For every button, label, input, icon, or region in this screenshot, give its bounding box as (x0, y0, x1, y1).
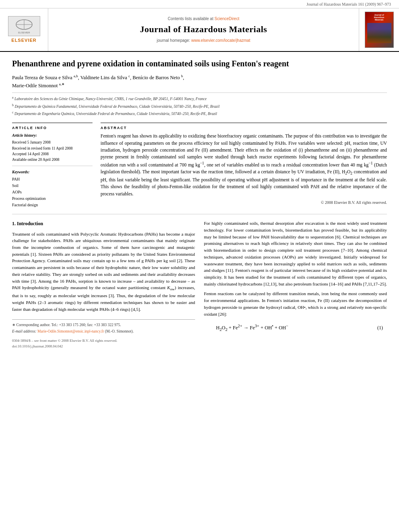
affiliation-b: b Departamento de Química Fundamental, U… (12, 103, 387, 109)
keyword-factorial: Factorial design (12, 202, 93, 208)
journal-title: Journal of Hazardous Materials (140, 23, 267, 36)
intro-para-2: For highly contaminated soils, thermal d… (204, 220, 387, 287)
header-center: Contents lists available at ScienceDirec… (48, 8, 359, 51)
date-revised: Received in revised form 11 April 2008 (12, 146, 93, 151)
abstract-text: Fenton's reagent has shown its applicabi… (101, 133, 387, 197)
date-online: Available online 20 April 2008 (12, 157, 93, 162)
contents-available: Contents lists available at ScienceDirec… (168, 16, 239, 22)
homepage-link[interactable]: www.elsevier.com/locate/jhazmat (191, 38, 250, 43)
section-divider (12, 214, 387, 214)
cover-artwork (367, 23, 391, 43)
keyword-soil: Soil (12, 183, 93, 189)
date-received: Received 5 January 2008 (12, 140, 93, 145)
top-bar: Journal of Hazardous Materials 161 (2009… (0, 0, 399, 8)
footnote-area: ∗ Corresponding author. Tel.: +33 383 17… (12, 319, 195, 335)
page-wrapper: Journal of Hazardous Materials 161 (2009… (0, 0, 399, 357)
article-title: Phenanthrene and pyrene oxidation in con… (12, 58, 387, 69)
equation-number: (1) (377, 324, 387, 331)
intro-heading: 1. Introduction (12, 220, 195, 227)
journal-info: Journal of Hazardous Materials 161 (2009… (306, 2, 391, 6)
header-left: ELSEVIER ELSEVIER (0, 8, 48, 51)
affiliations: a Laboratoire des Sciences du Génie Chim… (12, 92, 387, 117)
journal-homepage: journal homepage: www.elsevier.com/locat… (157, 38, 250, 43)
email-link[interactable]: Marie-Odile.Simonnot@ensic.inpl-nancy.fr (37, 329, 104, 333)
article-info-column: ARTICLE INFO Article history: Received 5… (12, 123, 93, 209)
text-col-right: For highly contaminated soils, thermal d… (204, 220, 387, 349)
svg-text:ELSEVIER: ELSEVIER (18, 31, 30, 34)
date-accepted: Accepted 14 April 2008 (12, 151, 93, 157)
logo-image: ELSEVIER (8, 16, 40, 36)
abstract-column: ABSTRACT Fenton's reagent has shown its … (101, 123, 387, 209)
text-col-left: 1. Introduction Treatment of soils conta… (12, 220, 195, 349)
equation-row: H2O2 + Fe2+ → Fe3+ + OH• + OH− (1) (204, 323, 387, 333)
issn-line: 0304-3894/$ – see front matter © 2008 El… (12, 338, 195, 344)
bottom-info: 0304-3894/$ – see front matter © 2008 El… (12, 338, 195, 349)
keywords-section: Keywords: PAH Soil AOPs Process optimiza… (12, 169, 93, 208)
footnote-email: E-mail address: Marie-Odile.Simonnot@ens… (12, 329, 195, 334)
elsevier-logo: ELSEVIER ELSEVIER (8, 16, 40, 43)
elsevier-text: ELSEVIER (11, 37, 36, 43)
keyword-aops: AOPs (12, 189, 93, 195)
info-abstract-columns: ARTICLE INFO Article history: Received 5… (12, 123, 387, 209)
affiliation-c: c Departamento de Engenharia Química, Un… (12, 110, 387, 117)
main-text-columns: 1. Introduction Treatment of soils conta… (12, 220, 387, 349)
footnote-corresponding: ∗ Corresponding author. Tel.: +33 383 17… (12, 322, 195, 328)
abstract-heading: ABSTRACT (101, 125, 387, 131)
affiliation-a: a Laboratoire des Sciences du Génie Chim… (12, 95, 387, 102)
history-label: Article history: (12, 133, 93, 138)
article-info-heading: ARTICLE INFO (12, 125, 93, 131)
doi-line: doi:10.1016/j.jhazmat.2008.04.042 (12, 344, 195, 349)
intro-para-1: Treatment of soils contaminated with Pol… (12, 231, 195, 313)
keyword-pah: PAH (12, 176, 93, 183)
keywords-label: Keywords: (12, 169, 93, 175)
intro-para-3: Fenton reactions can be catalyzed by dif… (204, 290, 387, 317)
equation-formula: H2O2 + Fe2+ → Fe3+ + OH• + OH− (216, 323, 288, 333)
history-section: Article history: Received 5 January 2008… (12, 133, 93, 166)
keyword-process: Process optimization (12, 195, 93, 202)
article-body: Phenanthrene and pyrene oxidation in con… (0, 52, 399, 357)
copyright: © 2008 Elsevier B.V. All rights reserved… (101, 200, 387, 205)
header-right: Journal ofHazardousMaterials (359, 8, 399, 51)
authors-line: Paula Tereza de Souza e Silva a,b, Valdi… (12, 74, 387, 89)
cover-title: Journal ofHazardousMaterials (374, 14, 385, 21)
sciencedirect-link[interactable]: ScienceDirect (214, 16, 239, 21)
equation-1-area: H2O2 + Fe2+ → Fe3+ + OH• + OH− (1) (204, 323, 387, 333)
journal-header: ELSEVIER ELSEVIER Contents lists availab… (0, 8, 399, 52)
journal-cover-image: Journal ofHazardousMaterials (365, 12, 394, 48)
